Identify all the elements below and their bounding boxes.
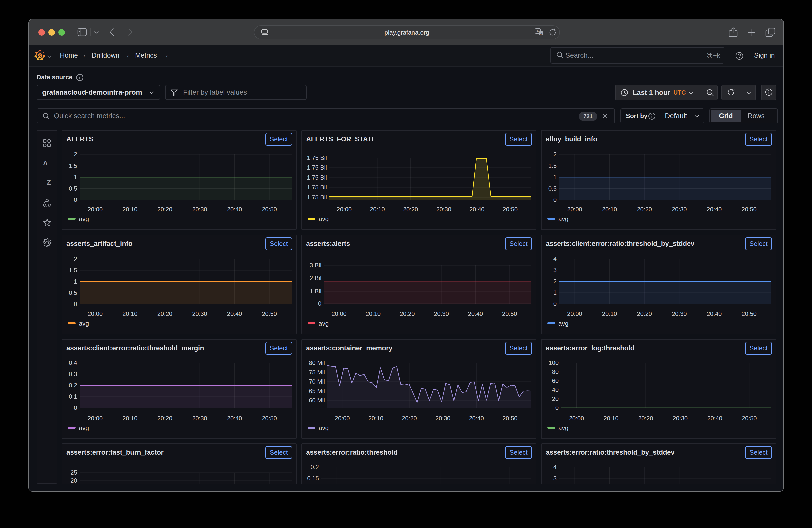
svg-text:1: 1 [553, 174, 557, 180]
svg-text:avg: avg [319, 216, 329, 222]
svg-text:25: 25 [71, 469, 77, 476]
svg-text:3: 3 [553, 475, 557, 482]
svg-text:20:00: 20:00 [88, 415, 103, 422]
svg-text:Select: Select [750, 344, 768, 352]
svg-text:20:30: 20:30 [673, 415, 688, 422]
svg-text:1: 1 [553, 289, 557, 296]
svg-text:20: 20 [552, 396, 559, 402]
svg-text:100: 100 [549, 360, 559, 366]
svg-text:asserts_artifact_info: asserts_artifact_info [67, 240, 132, 248]
svg-text:asserts:client:error:ratio:thr: asserts:client:error:ratio:threshold_mar… [67, 344, 204, 352]
svg-text:20:40: 20:40 [707, 206, 722, 213]
svg-text:2: 2 [74, 151, 77, 158]
svg-text:avg: avg [79, 216, 89, 222]
svg-text:3: 3 [553, 267, 557, 274]
svg-text:20:10: 20:10 [122, 415, 137, 422]
svg-text:20:40: 20:40 [227, 206, 242, 213]
svg-text:20:20: 20:20 [637, 310, 652, 317]
svg-text:avg: avg [559, 425, 568, 431]
svg-text:20:20: 20:20 [158, 415, 173, 422]
svg-text:1.5: 1.5 [69, 267, 77, 274]
svg-text:20:50: 20:50 [742, 415, 757, 422]
svg-text:4: 4 [553, 464, 557, 470]
svg-text:20:30: 20:30 [436, 206, 451, 213]
svg-text:20:10: 20:10 [122, 206, 137, 213]
svg-text:20:40: 20:40 [227, 310, 242, 317]
svg-text:avg: avg [319, 320, 329, 327]
svg-text:20:50: 20:50 [503, 206, 518, 213]
svg-text:80 Mil: 80 Mil [309, 360, 325, 366]
svg-text:20: 20 [71, 477, 77, 484]
svg-text:0.5: 0.5 [69, 185, 77, 192]
svg-text:avg: avg [79, 320, 89, 327]
svg-text:20:10: 20:10 [604, 415, 619, 422]
svg-text:1 Bil: 1 Bil [310, 288, 321, 295]
svg-text:Select: Select [750, 240, 768, 248]
svg-text:20:30: 20:30 [192, 415, 207, 422]
svg-text:asserts:error:ratio:threshold_: asserts:error:ratio:threshold_by_stddev [546, 449, 675, 456]
svg-text:asserts:alerts: asserts:alerts [306, 240, 350, 248]
svg-text:0: 0 [74, 405, 77, 411]
svg-text:20:20: 20:20 [400, 310, 415, 317]
svg-text:1.75 Bil: 1.75 Bil [307, 174, 327, 181]
svg-text:Select: Select [509, 344, 528, 352]
svg-text:3 Bil: 3 Bil [310, 262, 321, 269]
svg-text:0.5: 0.5 [549, 185, 557, 192]
svg-text:0.15: 0.15 [307, 475, 319, 482]
svg-text:20:50: 20:50 [742, 310, 757, 317]
svg-text:20:20: 20:20 [158, 310, 173, 317]
svg-text:0: 0 [553, 300, 557, 307]
svg-text:20:30: 20:30 [435, 415, 450, 422]
svg-text:20:50: 20:50 [742, 206, 757, 213]
svg-text:Select: Select [270, 240, 288, 248]
svg-text:1.75 Bil: 1.75 Bil [307, 184, 327, 191]
svg-text:70 Mil: 70 Mil [309, 378, 325, 385]
svg-text:20:00: 20:00 [88, 310, 103, 317]
svg-text:40: 40 [552, 386, 559, 393]
svg-text:0.3: 0.3 [69, 371, 77, 378]
svg-text:20:10: 20:10 [370, 206, 385, 213]
svg-text:20:30: 20:30 [434, 310, 449, 317]
svg-text:asserts:error:fast_burn_factor: asserts:error:fast_burn_factor [67, 449, 164, 456]
svg-text:2: 2 [553, 278, 557, 285]
svg-text:0.5: 0.5 [69, 290, 77, 296]
svg-text:0: 0 [74, 196, 77, 203]
svg-text:20:50: 20:50 [262, 310, 277, 317]
svg-text:60 Mil: 60 Mil [309, 397, 325, 404]
svg-text:20:30: 20:30 [192, 310, 207, 317]
svg-text:1.75 Bil: 1.75 Bil [307, 194, 327, 201]
svg-text:60: 60 [552, 378, 559, 384]
svg-text:1: 1 [74, 174, 77, 180]
svg-text:asserts:client:error:ratio:thr: asserts:client:error:ratio:threshold_by_… [546, 240, 695, 248]
svg-text:20:10: 20:10 [602, 206, 617, 213]
svg-text:1: 1 [74, 278, 77, 285]
svg-text:20:00: 20:00 [88, 206, 103, 213]
svg-text:80: 80 [552, 368, 559, 375]
svg-text:20:10: 20:10 [366, 310, 381, 317]
svg-text:asserts:container_memory: asserts:container_memory [306, 344, 392, 352]
svg-text:ALERTS_FOR_STATE: ALERTS_FOR_STATE [306, 135, 376, 143]
svg-text:Select: Select [270, 135, 288, 143]
svg-text:Select: Select [509, 449, 528, 456]
svg-text:Select: Select [509, 135, 528, 143]
svg-text:avg: avg [559, 320, 568, 327]
svg-text:0: 0 [74, 301, 77, 308]
svg-text:20:00: 20:00 [569, 415, 584, 422]
svg-text:asserts:error:ratio:threshold: asserts:error:ratio:threshold [306, 449, 398, 456]
svg-text:65 Mil: 65 Mil [309, 388, 325, 395]
svg-text:20:30: 20:30 [672, 206, 687, 213]
svg-text:Select: Select [509, 240, 528, 248]
svg-text:20:50: 20:50 [262, 206, 277, 213]
svg-text:20:30: 20:30 [672, 310, 687, 317]
svg-text:20:00: 20:00 [567, 206, 582, 213]
svg-text:20:20: 20:20 [158, 206, 173, 213]
svg-text:alloy_build_info: alloy_build_info [546, 135, 597, 143]
svg-text:0: 0 [555, 405, 559, 411]
svg-text:20:20: 20:20 [403, 206, 418, 213]
svg-text:0.4: 0.4 [69, 360, 77, 366]
svg-text:1.5: 1.5 [69, 162, 77, 169]
svg-text:Select: Select [270, 344, 288, 352]
svg-text:asserts:error_log:threshold: asserts:error_log:threshold [546, 344, 635, 352]
svg-text:20:20: 20:20 [637, 206, 652, 213]
svg-text:0.2: 0.2 [69, 382, 77, 389]
